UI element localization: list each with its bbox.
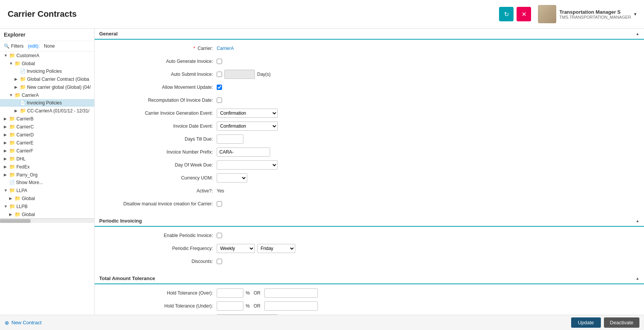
tree-label-llpa: LLPA [16,188,27,193]
folder-icon-ncg: 📁 [20,84,26,90]
invoice-date-event-label: Invoice Date Event: [102,123,217,129]
tree-item-carrierD[interactable]: ▶📁CarrierD [0,131,94,139]
tree-item-cc-carrierA[interactable]: ▶📁CC-CarrierA (01/01/12 - 12/31/ [0,107,94,115]
carrier-link[interactable]: CarrierA [217,46,234,51]
tree-toggle-llpa[interactable]: ▼ [4,188,9,192]
tree-toggle-gcc[interactable]: ▶ [14,77,20,81]
invoice-date-event-select[interactable]: Confirmation [217,122,278,131]
disallow-manual-checkbox[interactable] [217,201,222,207]
days-till-due-label: Days Till Due: [102,136,217,142]
tree-toggle-ncg[interactable]: ▶ [14,85,20,89]
tolerance-collapse-icon[interactable]: ▲ [636,276,639,280]
tree-item-llpa[interactable]: ▼📁LLPA [0,186,94,194]
discounts-value [217,259,636,264]
carrier-invoice-event-value: Confirmation [217,109,636,118]
tree-toggle-carrierD[interactable]: ▶ [4,133,9,137]
auto-submit-days-input[interactable] [224,70,255,79]
hold-code-row: Hold Code: Total Tolerance Limit ⊕ [102,314,636,315]
sidebar-h-scrollbar[interactable] [0,218,94,223]
or-label-over: OR [254,290,261,296]
carrier-label: * Carrier: [102,46,217,51]
update-button[interactable]: Update [571,317,601,328]
recomputation-value [217,98,636,103]
tree-item-invoicing2[interactable]: 📄Invoicing Policies [0,99,94,107]
tree-toggle-carrierC[interactable]: ▶ [4,125,9,129]
tree-item-carrierB[interactable]: ▶📁CarrierB [0,115,94,123]
enable-periodic-row: Enable Periodic Invoice: [102,231,636,240]
tree-item-fedex[interactable]: ▶📁FedEx [0,163,94,171]
general-collapse-icon[interactable]: ▲ [636,32,639,36]
tree-toggle-fedex[interactable]: ▶ [4,165,9,169]
filters-edit-link[interactable]: (edit): [28,43,40,49]
discounts-checkbox[interactable] [217,259,222,264]
currency-uom-select[interactable] [217,173,247,183]
tree-item-global1[interactable]: ▼📁Global [0,59,94,67]
invoice-prefix-value [217,147,636,157]
hold-tolerance-over-alt-input[interactable] [264,288,318,298]
periodic-day-select[interactable]: Friday [257,244,295,253]
folder-icon-carrierB: 📁 [9,116,15,122]
tree-toggle-llpa_global[interactable]: ▶ [9,196,14,200]
tree-item-llpb_global[interactable]: ▶📁Global [0,210,94,218]
tree-item-customerA[interactable]: ▼📁CustomerA [0,51,94,59]
user-info: Transportation Manager S TMS.TRANSPORTAT… [538,5,636,23]
tree-toggle-customerA[interactable]: ▼ [4,53,9,58]
days-till-due-input[interactable] [217,135,243,144]
tree-item-gcc[interactable]: ▶📁Global Carrier Contract (Globa [0,75,94,83]
tree-toggle-llpb[interactable]: ▼ [4,204,9,208]
tree-toggle-cc-carrierA[interactable]: ▶ [14,109,20,113]
carrier-invoice-event-row: Carrier Invoice Generation Event: Confir… [102,108,636,118]
tree-item-llpb[interactable]: ▼📁LLPB [0,202,94,210]
tree-item-show_more[interactable]: 📄Show More... [0,179,94,186]
tree-toggle-dhl[interactable]: ▶ [4,157,9,161]
hold-code-select[interactable]: Total Tolerance Limit [217,314,278,315]
tree-toggle-parry_org[interactable]: ▶ [4,173,9,177]
active-value: Yes [217,188,636,194]
currency-uom-label: Currency UOM: [102,175,217,181]
tree-item-carrierC[interactable]: ▶📁CarrierC [0,123,94,131]
folder-icon-llpa: 📁 [9,187,15,193]
tree-item-parry_org[interactable]: ▶📁Parry_Org [0,171,94,179]
tree-item-ncg[interactable]: ▶📁New carrier global (Global) (04/ [0,83,94,91]
tree-toggle-carrierA[interactable]: ▼ [9,93,14,97]
tree-item-carrierF[interactable]: ▶📁CarrierF [0,147,94,155]
periodic-collapse-icon[interactable]: ▲ [636,219,639,223]
tree-item-carrierA[interactable]: ▼📁CarrierA [0,91,94,99]
tree-label-carrierD: CarrierD [16,132,34,138]
invoice-prefix-input[interactable] [217,147,270,157]
folder-icon-global1: 📁 [14,61,21,66]
folder-icon-parry_org: 📁 [9,172,15,178]
hold-tolerance-under-input[interactable] [217,301,243,311]
auto-submit-value: Day(s) [217,70,636,79]
new-contract-link[interactable]: New Contract [11,320,42,325]
tree-item-carrierE[interactable]: ▶📁CarrierE [0,139,94,147]
hold-tolerance-under-alt-input[interactable] [264,301,318,311]
tree-item-invoicing1[interactable]: 📄Invoicing Policies [0,67,94,75]
day-of-week-select[interactable] [217,160,278,170]
tree-label-carrierF: CarrierF [16,148,33,154]
scrollbar-thumb [0,219,31,223]
sidebar-header: Explorer [0,29,94,41]
tree-toggle-carrierF[interactable]: ▶ [4,149,9,153]
allow-movement-checkbox[interactable] [217,85,222,90]
tree-toggle-carrierB[interactable]: ▶ [4,117,9,121]
periodic-freq-select[interactable]: Weekly [217,244,255,253]
carrier-invoice-event-select[interactable]: Confirmation [217,109,278,118]
refresh-button[interactable]: ↻ [499,7,514,21]
tree-toggle-llpb_global[interactable]: ▶ [9,212,14,216]
periodic-section-label: Periodic Invoicing [99,218,142,224]
enable-periodic-checkbox[interactable] [217,233,222,238]
deactivate-button[interactable]: Deactivate [604,317,639,328]
tree-item-dhl[interactable]: ▶📁DHL [0,155,94,163]
recomputation-checkbox[interactable] [217,98,222,103]
tree-item-llpa_global[interactable]: ▶📁Global [0,194,94,202]
invoice-date-event-value: Confirmation [217,122,636,131]
close-button[interactable]: ✕ [517,7,531,21]
user-dropdown-icon[interactable]: ▾ [634,11,636,17]
active-row: Active?: Yes [102,186,636,196]
tree-toggle-global1[interactable]: ▼ [9,61,14,66]
auto-submit-checkbox[interactable] [217,72,222,77]
auto-generate-checkbox[interactable] [217,59,222,64]
tree-toggle-carrierE[interactable]: ▶ [4,141,9,145]
hold-tolerance-over-input[interactable] [217,288,243,298]
